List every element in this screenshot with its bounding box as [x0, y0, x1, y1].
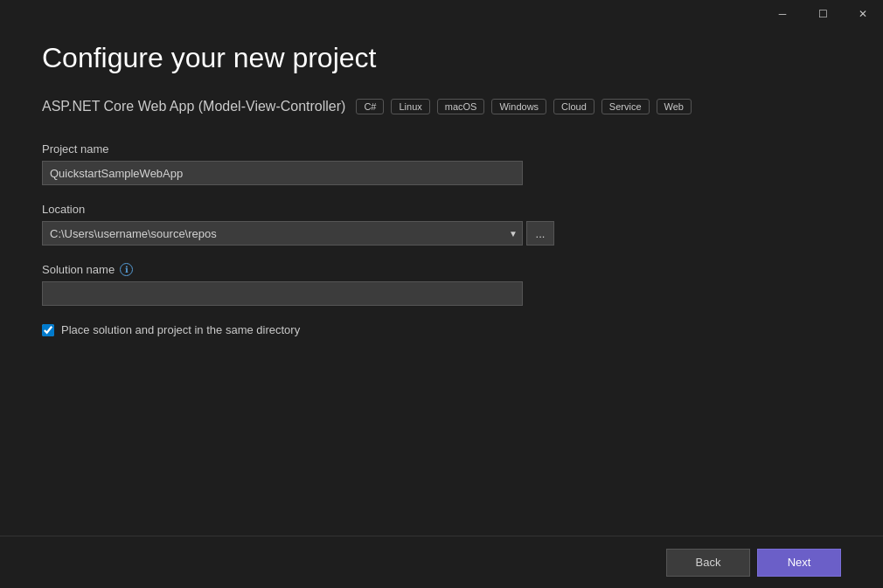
- same-directory-row: Place solution and project in the same d…: [42, 323, 841, 336]
- close-button[interactable]: ✕: [843, 0, 883, 28]
- solution-name-section: Solution name ℹ: [42, 263, 841, 306]
- solution-name-input[interactable]: [42, 281, 523, 306]
- page-title: Configure your new project: [42, 42, 841, 74]
- solution-name-info-icon[interactable]: ℹ: [120, 263, 133, 276]
- maximize-button[interactable]: ☐: [803, 0, 843, 28]
- tag-web: Web: [657, 99, 692, 114]
- tag-cloud: Cloud: [553, 99, 594, 114]
- back-button[interactable]: Back: [666, 549, 750, 577]
- same-directory-checkbox[interactable]: [42, 324, 54, 336]
- project-name-label: Project name: [42, 142, 841, 156]
- project-subtitle-row: ASP.NET Core Web App (Model-View-Control…: [42, 99, 841, 114]
- main-content: Configure your new project ASP.NET Core …: [0, 0, 883, 336]
- next-button[interactable]: Next: [757, 549, 841, 577]
- minimize-button[interactable]: ─: [762, 0, 803, 28]
- tag-service: Service: [601, 99, 650, 114]
- project-name-input[interactable]: [42, 161, 523, 185]
- location-section: Location ▼ ...: [42, 203, 841, 246]
- title-bar: ─ ☐ ✕: [762, 0, 883, 28]
- tag-macos: macOS: [437, 99, 485, 114]
- location-row: ▼ ...: [42, 221, 841, 246]
- location-input-wrapper: ▼: [42, 221, 523, 246]
- tag-linux: Linux: [391, 99, 429, 114]
- same-directory-label[interactable]: Place solution and project in the same d…: [61, 323, 300, 336]
- project-name-section: Project name: [42, 142, 841, 185]
- solution-name-label: Solution name ℹ: [42, 263, 841, 276]
- project-subtitle-text: ASP.NET Core Web App (Model-View-Control…: [42, 99, 345, 114]
- location-label: Location: [42, 203, 841, 216]
- browse-button[interactable]: ...: [526, 221, 554, 246]
- tag-csharp: C#: [356, 99, 384, 114]
- bottom-bar: Back Next: [0, 536, 883, 588]
- location-input[interactable]: [42, 221, 523, 246]
- tag-windows: Windows: [491, 99, 546, 114]
